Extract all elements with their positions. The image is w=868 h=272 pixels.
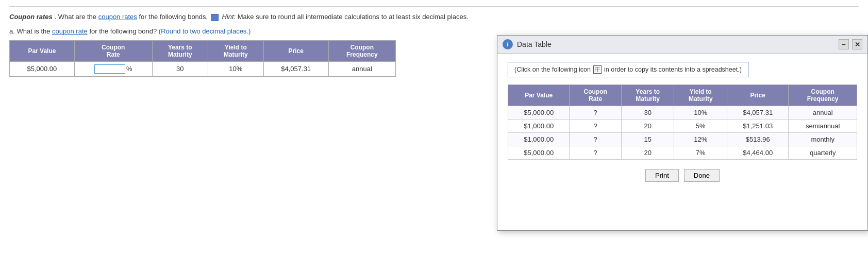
part-a-label: a. What is the (9, 27, 52, 35)
intro-text-1: . What are the (54, 13, 98, 21)
col-header-coupon-frequency: CouponFrequency (328, 40, 395, 61)
top-divider (9, 6, 859, 7)
modal-close-button[interactable]: ✕ (852, 39, 862, 49)
cell-par-value: $5,000.00 (10, 61, 75, 76)
col-header-years-to-maturity: Years toMaturity (152, 40, 208, 61)
copy-note: (Click on the following icon in order to… (508, 62, 748, 77)
coupon-rates-link[interactable]: coupon rates (98, 13, 137, 21)
copy-note-prefix: (Click on the following icon (514, 66, 591, 73)
modal-col-price: Price (727, 85, 788, 88)
copy-note-suffix: in order to copy its contents into a spr… (604, 66, 742, 73)
cell-yield-to-maturity: 10% (208, 61, 263, 76)
cell-coupon-rate: % (74, 61, 152, 76)
part-a-paragraph: a. What is the coupon rate for the follo… (9, 27, 859, 35)
cell-coupon-frequency: annual (328, 61, 395, 76)
modal-controls: − ✕ (839, 39, 862, 49)
modal-body: (Click on the following icon in order to… (497, 54, 867, 88)
percent-sign: % (126, 65, 132, 73)
cell-years-to-maturity: 30 (152, 61, 208, 76)
cell-price: $4,057.31 (263, 61, 328, 76)
intro-paragraph: Coupon rates . What are the coupon rates… (9, 12, 859, 22)
modal-col-years: Years toMaturity (621, 85, 674, 88)
modal-title: Data Table (517, 40, 834, 48)
modal-minimize-button[interactable]: − (839, 39, 849, 49)
main-table: Par Value CouponRate Years toMaturity Yi… (9, 40, 396, 77)
part-a-text: for the following bond? (89, 27, 158, 35)
modal-col-yield: Yield toMaturity (674, 85, 727, 88)
coupon-rate-input[interactable] (94, 64, 125, 74)
coupon-rate-link[interactable]: coupon rate (52, 27, 88, 35)
copy-icon[interactable] (593, 65, 602, 74)
intro-hint-text: Hint: Make sure to round all intermediat… (222, 13, 468, 21)
info-icon: i (503, 39, 513, 49)
modal-col-coupon-rate: CouponRate (570, 85, 621, 88)
coupon-rates-bold: Coupon rates (9, 13, 53, 21)
col-header-yield-to-maturity: Yield toMaturity (208, 40, 263, 61)
modal-col-frequency: CouponFrequency (789, 85, 857, 88)
col-header-coupon-rate: CouponRate (74, 40, 152, 61)
modal-header: i Data Table − ✕ (497, 36, 867, 54)
data-table-modal: i Data Table − ✕ (Click on the following… (497, 35, 868, 88)
grid-icon[interactable] (211, 14, 219, 21)
col-header-par-value: Par Value (10, 40, 75, 61)
round-note: (Round to two decimal places.) (159, 27, 251, 35)
col-header-price: Price (263, 40, 328, 61)
modal-data-table: Par Value CouponRate Years toMaturity Yi… (508, 84, 857, 88)
main-table-row: $5,000.00 % 30 10% $4,057.31 annual (10, 61, 396, 76)
intro-text-2: for the following bonds, (139, 13, 208, 21)
modal-col-par-value: Par Value (508, 85, 570, 88)
